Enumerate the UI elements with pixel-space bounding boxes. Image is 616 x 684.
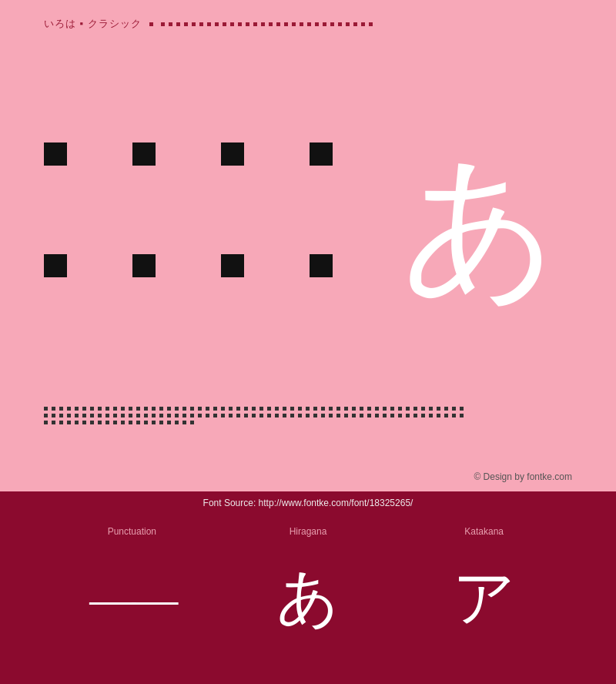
large-hiragana-display: あ xyxy=(387,116,572,339)
square-2-1 xyxy=(44,254,67,277)
copyright-text: © Design by fontke.com xyxy=(474,471,572,482)
font-source-text: Font Source: http://www.fontke.com/font/… xyxy=(203,498,413,508)
square-2-4 xyxy=(310,254,333,277)
squares-row-1 xyxy=(44,142,375,166)
hiragana-char: あ xyxy=(276,557,340,640)
square-1-2 xyxy=(132,142,156,166)
hiragana-char-display: あ xyxy=(239,557,377,640)
punctuation-char-display: —— xyxy=(62,572,201,625)
header-bar: いろは ▪ クラシック xyxy=(44,17,572,31)
dots-area xyxy=(44,407,572,428)
squares-row-2 xyxy=(44,254,375,277)
dots-row-2 xyxy=(44,414,572,417)
punctuation-char: —— xyxy=(89,572,174,625)
square-1-1 xyxy=(44,142,67,166)
bottom-chars-row: —— あ ア xyxy=(44,557,572,640)
label-hiragana: Hiragana xyxy=(239,526,377,537)
source-bar: Font Source: http://www.fontke.com/font/… xyxy=(0,491,616,515)
dots-row-3 xyxy=(44,421,572,424)
large-hiragana-char: あ xyxy=(401,150,559,304)
label-punctuation: Punctuation xyxy=(62,526,201,537)
dots-row-1 xyxy=(44,407,572,411)
square-1-3 xyxy=(221,142,244,166)
katakana-char-display: ア xyxy=(415,557,554,640)
pink-preview-section: いろは ▪ クラシック あ xyxy=(0,0,616,491)
font-title: いろは ▪ クラシック xyxy=(44,17,142,31)
square-2-3 xyxy=(221,254,244,277)
header-dot-line xyxy=(161,22,572,26)
label-katakana: Katakana xyxy=(415,526,554,537)
katakana-char: ア xyxy=(453,557,516,640)
square-2-2 xyxy=(132,254,156,277)
squares-area xyxy=(44,142,375,366)
bottom-labels-row: Punctuation Hiragana Katakana xyxy=(44,526,572,537)
square-1-4 xyxy=(310,142,333,166)
bottom-section: Punctuation Hiragana Katakana —— あ ア xyxy=(0,515,616,684)
